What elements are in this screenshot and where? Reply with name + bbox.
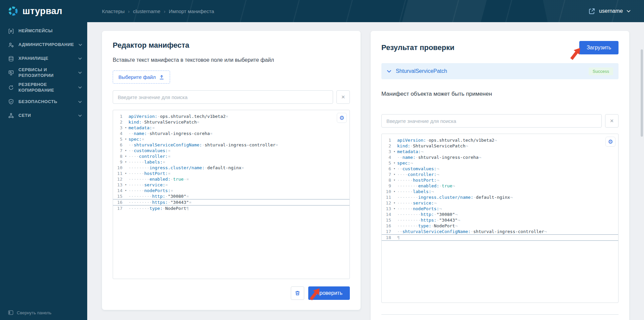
code-text: ··name:·shturval-ingress-coreha¤: [128, 131, 212, 136]
code-line[interactable]: 4··name:·shturval-ingress-coreha¤: [113, 131, 350, 136]
fold-arrow-icon[interactable]: ▾: [392, 189, 397, 194]
sidebar-item-backup[interactable]: РЕЗЕРВНОЕ КОПИРОВАНИЕ: [0, 80, 87, 95]
code-line[interactable]: 13▾······nodePorts:¬: [382, 206, 618, 212]
clear-icon: ×: [341, 93, 345, 101]
fold-arrow-icon[interactable]: ▾: [392, 172, 397, 177]
search-input[interactable]: [381, 114, 602, 128]
clear-search-button[interactable]: ×: [336, 90, 350, 104]
check-button[interactable]: Проверить: [308, 286, 350, 300]
code-line[interactable]: 4··name:·shturval-ingress-coreha¬: [382, 154, 618, 160]
fold-arrow-icon[interactable]: ▾: [392, 200, 397, 206]
code-line[interactable]: 18¶: [382, 234, 618, 241]
code-line[interactable]: 17········type:·NodePort¶: [113, 205, 350, 211]
clear-search-button[interactable]: ×: [605, 114, 619, 128]
fold-arrow-icon[interactable]: ▾: [123, 188, 128, 193]
code-line[interactable]: 5▾spec:¬: [382, 160, 618, 166]
code-line[interactable]: 2kind:·ShturvalServicePatch¤: [113, 119, 350, 125]
line-number: 5: [113, 136, 123, 142]
code-text: apiVersion:·ops.shturval.tech/v1beta2¬: [397, 137, 497, 143]
user-menu[interactable]: username: [588, 8, 631, 15]
sidebar-item-networks[interactable]: СЕТИ: [0, 109, 87, 123]
code-line[interactable]: 8▾····controller:¤: [113, 153, 350, 159]
code-line[interactable]: 12········enabled:·true·¤: [113, 176, 350, 182]
code-line[interactable]: 16········type:·NodePort¬: [382, 223, 618, 229]
code-line[interactable]: 11▾······hostPort:¤: [113, 171, 350, 176]
sidebar: штурвал НЕЙМСПЕЙСЫАДМИНИСТРИРОВАНИЕХРАНИ…: [0, 0, 87, 320]
storage-icon: [8, 56, 14, 62]
line-number: 6: [113, 142, 123, 148]
fold-spacer: [392, 217, 397, 223]
code-line[interactable]: 7▾··customvalues:¤: [113, 148, 350, 153]
collapse-panel-button[interactable]: Свернуть панель: [8, 310, 51, 315]
breadcrumb-item[interactable]: Кластеры: [102, 8, 125, 14]
clear-editor-button[interactable]: [291, 286, 304, 300]
fold-arrow-icon[interactable]: ▾: [123, 136, 128, 142]
fold-arrow-icon[interactable]: ▾: [123, 182, 128, 188]
code-line[interactable]: 14·········http:·"30080"¬: [382, 212, 618, 217]
editor-settings-button[interactable]: ⚙: [605, 137, 615, 147]
code-text: ·········https:·"30443"¬: [397, 217, 460, 223]
code-editor[interactable]: ⚙ 1apiVersion:·ops.shturval.tech/v1beta2…: [113, 110, 350, 279]
sidebar-item-namespaces[interactable]: НЕЙМСПЕЙСЫ: [0, 24, 87, 38]
code-line[interactable]: 12▾······service:¬: [382, 200, 618, 206]
fold-arrow-icon[interactable]: ▾: [392, 177, 397, 183]
backup-icon: [8, 85, 14, 91]
code-line[interactable]: 17··shturvalServiceConfigName:·shturval-…: [382, 229, 618, 234]
code-line[interactable]: 11········ingress.cluster/name:·default-…: [382, 194, 618, 200]
line-number: 14: [382, 212, 392, 217]
sidebar-item-services[interactable]: СЕРВИСЫ И РЕПОЗИТОРИИ: [0, 65, 87, 80]
choose-file-button[interactable]: Выберите файл: [113, 71, 170, 84]
editor-card-subtitle: Вставьте текст манифеста в текстовое пол…: [113, 57, 350, 63]
fold-arrow-icon[interactable]: ▾: [123, 171, 128, 176]
chevron-down-icon: [78, 101, 82, 103]
code-line[interactable]: 10▾······labels:¬: [382, 189, 618, 194]
editor-settings-button[interactable]: ⚙: [337, 113, 347, 123]
sidebar-item-administration[interactable]: АДМИНИСТРИРОВАНИЕ: [0, 38, 87, 52]
code-line[interactable]: 8▾······hostPort:¬: [382, 177, 618, 183]
fold-spacer: [123, 176, 128, 182]
manifest-editor-card: Редактор манифеста Вставьте текст манифе…: [102, 31, 361, 310]
breadcrumb-item[interactable]: Импорт манифеста: [169, 8, 214, 14]
code-viewer[interactable]: ⚙ 1apiVersion:·ops.shturval.tech/v1beta2…: [381, 134, 619, 303]
fold-arrow-icon[interactable]: ▾: [392, 206, 397, 212]
code-line[interactable]: 16·········https:·"30443"¤: [113, 199, 350, 205]
code-line[interactable]: 1apiVersion:·ops.shturval.tech/v1beta2¤: [113, 113, 350, 119]
fold-arrow-icon[interactable]: ▾: [392, 160, 397, 166]
code-line[interactable]: 9▾······labels:¤: [113, 159, 350, 165]
result-title-row: Результат проверки Загрузить: [381, 41, 619, 54]
line-number: 16: [113, 199, 123, 205]
code-line[interactable]: 9········enabled:·true¬: [382, 183, 618, 189]
result-group-header[interactable]: ShturvalServicePatch Success: [381, 63, 619, 79]
code-line[interactable]: 6▾··customvalues:¬: [382, 166, 618, 172]
code-line[interactable]: 15·········http:·"30080"¤: [113, 193, 350, 199]
code-line[interactable]: 10········ingress.cluster/name:·default-…: [113, 165, 350, 171]
code-line[interactable]: 15·········https:·"30443"¬: [382, 217, 618, 223]
code-line[interactable]: 1apiVersion:·ops.shturval.tech/v1beta2¬: [382, 137, 618, 143]
fold-arrow-icon[interactable]: ▾: [123, 159, 128, 165]
code-line[interactable]: 13▾······service:¤: [113, 182, 350, 188]
fold-arrow-icon[interactable]: ▾: [123, 148, 128, 153]
fold-arrow-icon[interactable]: ▾: [392, 149, 397, 154]
code-line[interactable]: 3▾metadata:¤: [113, 125, 350, 131]
sidebar-item-storage[interactable]: ХРАНИЛИЩЕ: [0, 52, 87, 65]
fold-arrow-icon[interactable]: ▾: [392, 166, 397, 172]
fold-arrow-icon[interactable]: ▾: [123, 153, 128, 159]
fold-arrow-icon[interactable]: ▾: [123, 125, 128, 131]
upload-button[interactable]: Загрузить: [579, 41, 619, 54]
sidebar-item-security[interactable]: БЕЗОПАСНОСТЬ: [0, 95, 87, 109]
code-line[interactable]: 3▾metadata:¬: [382, 149, 618, 154]
switch-context-icon: [588, 8, 595, 15]
breadcrumb-item[interactable]: clustername: [133, 8, 161, 14]
line-number: 16: [382, 223, 392, 229]
code-line[interactable]: 6··shturvalServiceConfigName:·shturval-i…: [113, 142, 350, 148]
resource-kind-label: ShturvalServicePatch: [396, 68, 447, 74]
logo[interactable]: штурвал: [0, 0, 87, 22]
code-line[interactable]: 7▾····controller:¬: [382, 172, 618, 177]
code-line[interactable]: 14▾······nodePorts:¤: [113, 188, 350, 193]
line-number: 6: [382, 166, 392, 172]
code-line[interactable]: 2kind:·ShturvalServicePatch¬: [382, 143, 618, 149]
code-line[interactable]: 5▾spec:¤: [113, 136, 350, 142]
search-input[interactable]: [113, 90, 333, 104]
sidebar-item-label: ХРАНИЛИЩЕ: [18, 56, 74, 61]
page-scrollbar[interactable]: [641, 49, 643, 137]
